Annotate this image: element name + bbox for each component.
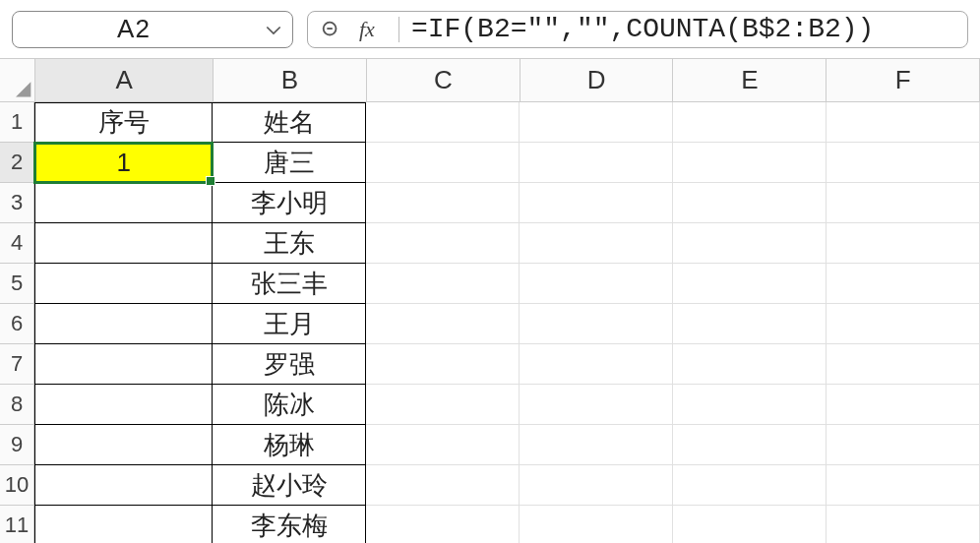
row-header-3[interactable]: 3 — [0, 183, 34, 223]
row-header-2[interactable]: 2 — [0, 143, 34, 183]
cell-C6[interactable] — [366, 304, 520, 344]
row-header-5[interactable]: 5 — [0, 264, 34, 304]
name-box[interactable]: A2 — [12, 11, 293, 48]
row-header-6[interactable]: 6 — [0, 304, 34, 344]
cell-C7[interactable] — [366, 344, 520, 385]
grid-row: 7罗强 — [0, 344, 980, 385]
cell-A3[interactable] — [34, 183, 213, 223]
cell-C8[interactable] — [366, 385, 520, 425]
cell-A6[interactable] — [34, 304, 213, 344]
row-header-7[interactable]: 7 — [0, 344, 34, 385]
cell-E10[interactable] — [673, 465, 827, 506]
cell-D8[interactable] — [520, 385, 673, 425]
fx-label[interactable]: fx — [359, 17, 375, 42]
cell-B6[interactable]: 王月 — [213, 304, 366, 344]
grid-row: 4王东 — [0, 223, 980, 264]
cell-A5[interactable] — [34, 264, 213, 304]
cell-D4[interactable] — [520, 223, 673, 264]
grid-row: 3李小明 — [0, 183, 980, 223]
cell-B11[interactable]: 李东梅 — [213, 506, 366, 543]
grid-row: 9杨琳 — [0, 425, 980, 465]
spreadsheet-grid: ◢ ABCDEF 1序号姓名21唐三3李小明4王东5张三丰6王月7罗强8陈冰9杨… — [0, 59, 980, 543]
cell-E6[interactable] — [673, 304, 827, 344]
column-header-A[interactable]: A — [35, 59, 214, 102]
cell-F7[interactable] — [827, 344, 980, 385]
cell-C3[interactable] — [366, 183, 520, 223]
cell-F9[interactable] — [827, 425, 980, 465]
cell-B7[interactable]: 罗强 — [213, 344, 366, 385]
cell-D2[interactable] — [520, 143, 673, 183]
expand-formula-icon[interactable] — [320, 19, 341, 40]
cell-A9[interactable] — [34, 425, 213, 465]
cell-E8[interactable] — [673, 385, 827, 425]
cell-F4[interactable] — [827, 223, 980, 264]
row-header-4[interactable]: 4 — [0, 223, 34, 264]
cell-B4[interactable]: 王东 — [213, 223, 366, 264]
cell-C11[interactable] — [366, 506, 520, 543]
chevron-down-icon — [264, 20, 283, 39]
cell-B9[interactable]: 杨琳 — [213, 425, 366, 465]
cell-B2[interactable]: 唐三 — [213, 143, 366, 183]
cell-A7[interactable] — [34, 344, 213, 385]
cell-E9[interactable] — [673, 425, 827, 465]
cell-E7[interactable] — [673, 344, 827, 385]
cell-E1[interactable] — [673, 102, 827, 143]
row-header-8[interactable]: 8 — [0, 385, 34, 425]
cell-F3[interactable] — [827, 183, 980, 223]
cell-E11[interactable] — [673, 506, 827, 543]
cell-D11[interactable] — [520, 506, 673, 543]
cell-D3[interactable] — [520, 183, 673, 223]
cell-D5[interactable] — [520, 264, 673, 304]
cell-F11[interactable] — [827, 506, 980, 543]
name-box-dropdown[interactable] — [255, 20, 292, 39]
cell-A1[interactable]: 序号 — [34, 102, 213, 143]
cell-C10[interactable] — [366, 465, 520, 506]
cell-F8[interactable] — [827, 385, 980, 425]
cell-D6[interactable] — [520, 304, 673, 344]
column-header-F[interactable]: F — [827, 59, 980, 102]
row-header-11[interactable]: 11 — [0, 506, 34, 543]
cell-D9[interactable] — [520, 425, 673, 465]
cell-C4[interactable] — [366, 223, 520, 264]
cell-B5[interactable]: 张三丰 — [213, 264, 366, 304]
cell-E4[interactable] — [673, 223, 827, 264]
column-headers: ABCDEF — [35, 59, 980, 102]
cell-A4[interactable] — [34, 223, 213, 264]
row-header-9[interactable]: 9 — [0, 425, 34, 465]
cell-C5[interactable] — [366, 264, 520, 304]
column-header-D[interactable]: D — [521, 59, 674, 102]
cell-E3[interactable] — [673, 183, 827, 223]
column-header-B[interactable]: B — [214, 59, 367, 102]
cell-A10[interactable] — [34, 465, 213, 506]
grid-row: 21唐三 — [0, 143, 980, 183]
cell-B10[interactable]: 赵小玲 — [213, 465, 366, 506]
row-header-10[interactable]: 10 — [0, 465, 34, 506]
cell-B1[interactable]: 姓名 — [213, 102, 366, 143]
column-header-E[interactable]: E — [673, 59, 827, 102]
cell-D10[interactable] — [520, 465, 673, 506]
cell-F10[interactable] — [827, 465, 980, 506]
cell-D1[interactable] — [520, 102, 673, 143]
cell-A8[interactable] — [34, 385, 213, 425]
cell-F6[interactable] — [827, 304, 980, 344]
cell-A11[interactable] — [34, 506, 213, 543]
divider — [398, 17, 399, 42]
cell-E5[interactable] — [673, 264, 827, 304]
column-header-C[interactable]: C — [367, 59, 521, 102]
cell-D7[interactable] — [520, 344, 673, 385]
cell-B3[interactable]: 李小明 — [213, 183, 366, 223]
cell-F1[interactable] — [827, 102, 980, 143]
formula-bar: A2 fx =IF(B2="","",COUNTA(B$2:B2)) — [0, 0, 980, 59]
cell-C1[interactable] — [366, 102, 520, 143]
formula-input[interactable]: =IF(B2="","",COUNTA(B$2:B2)) — [411, 14, 955, 44]
row-header-1[interactable]: 1 — [0, 102, 34, 143]
cell-F5[interactable] — [827, 264, 980, 304]
cell-A2[interactable]: 1 — [34, 143, 213, 183]
cell-E2[interactable] — [673, 143, 827, 183]
select-all-corner[interactable]: ◢ — [0, 59, 35, 102]
cell-C2[interactable] — [366, 143, 520, 183]
cell-C9[interactable] — [366, 425, 520, 465]
rows-area: 1序号姓名21唐三3李小明4王东5张三丰6王月7罗强8陈冰9杨琳10赵小玲11李… — [0, 102, 980, 543]
cell-B8[interactable]: 陈冰 — [213, 385, 366, 425]
cell-F2[interactable] — [827, 143, 980, 183]
